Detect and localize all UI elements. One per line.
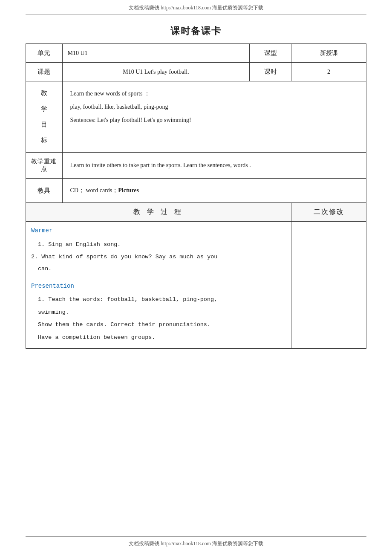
objective-label: 教 学 目 标 — [26, 81, 63, 153]
main-table: 单元 M10 U1 课型 新授课 课题 M10 U1 Let's play fo… — [26, 43, 366, 349]
warmer-label: Warmer — [31, 225, 286, 237]
difficulty-row: 教学重难点 Learn to invite others to take par… — [26, 153, 366, 179]
page-header: 文档投稿赚钱 http://max.book118.com 海量优质资源等您下载 — [26, 0, 366, 14]
tools-row: 教具 CD； word cards；Pictures — [26, 179, 366, 203]
period-value: 2 — [291, 63, 366, 81]
obj-line1: Learn the new words of sports ： — [70, 87, 358, 101]
topic-label: 课题 — [26, 63, 63, 81]
warmer-item1: 1. Sing an English song. — [38, 239, 286, 250]
pres-item3: Have a competition between groups. — [38, 332, 286, 343]
pres-item1a: 1. Teach the words: football, basketball… — [38, 294, 286, 305]
pres-item2: Show them the cards. Correct their pronu… — [38, 319, 286, 330]
presentation-label: Presentation — [31, 280, 286, 292]
obj-char-1: 教 — [41, 89, 47, 97]
unit-value: M10 U1 — [62, 44, 250, 63]
main-content: 课时备课卡 单元 M10 U1 课型 新授课 课题 M10 U1 Let's p… — [0, 14, 392, 374]
difficulty-text: Learn to invite others to take part in t… — [70, 162, 251, 168]
process-row: Warmer 1. Sing an English song. 2. What … — [26, 222, 366, 349]
header-text: 文档投稿赚钱 http://max.book118.com 海量优质资源等您下载 — [129, 5, 263, 11]
warmer-item2b: can. — [38, 263, 286, 275]
topic-value: M10 U1 Let's play football. — [62, 63, 250, 81]
period-label: 课时 — [250, 63, 291, 81]
doc-title: 课时备课卡 — [26, 25, 366, 38]
modify-content — [291, 222, 366, 349]
obj-char-3: 目 — [41, 121, 47, 129]
unit-label: 单元 — [26, 44, 63, 63]
type-label: 课型 — [250, 44, 291, 63]
pres-item1b: swimming. — [38, 307, 286, 318]
page-footer: 文档投稿赚钱 http://max.book118.com 海量优质资源等您下载 — [26, 536, 366, 551]
section-header-row: 教 学 过 程 二次修改 — [26, 203, 366, 222]
warmer-item2: 2. What kind of sports do you know? Say … — [31, 251, 286, 263]
process-section-label: 教 学 过 程 — [26, 203, 291, 222]
type-value: 新授课 — [291, 44, 366, 63]
obj-line3: Sentences: Let's play football! Let's go… — [70, 114, 358, 127]
difficulty-label: 教学重难点 — [26, 153, 63, 179]
tools-bold: Pictures — [118, 187, 139, 194]
tools-content: CD； word cards；Pictures — [62, 179, 366, 203]
obj-char-4: 标 — [41, 136, 47, 145]
footer-text: 文档投稿赚钱 http://max.book118.com 海量优质资源等您下载 — [129, 541, 263, 546]
tools-label: 教具 — [26, 179, 63, 203]
difficulty-content: Learn to invite others to take part in t… — [62, 153, 366, 179]
obj-line2: play, football, like, basketball, ping-p… — [70, 101, 358, 114]
obj-char-2: 学 — [41, 105, 47, 113]
objective-content: Learn the new words of sports ： play, fo… — [62, 81, 366, 153]
tools-plain: CD； word cards； — [70, 187, 118, 194]
process-content: Warmer 1. Sing an English song. 2. What … — [26, 222, 291, 349]
topic-row: 课题 M10 U1 Let's play football. 课时 2 — [26, 63, 366, 81]
modify-section-label: 二次修改 — [291, 203, 366, 222]
objective-row: 教 学 目 标 Learn the new words of sports ： … — [26, 81, 366, 153]
unit-row: 单元 M10 U1 课型 新授课 — [26, 44, 366, 63]
